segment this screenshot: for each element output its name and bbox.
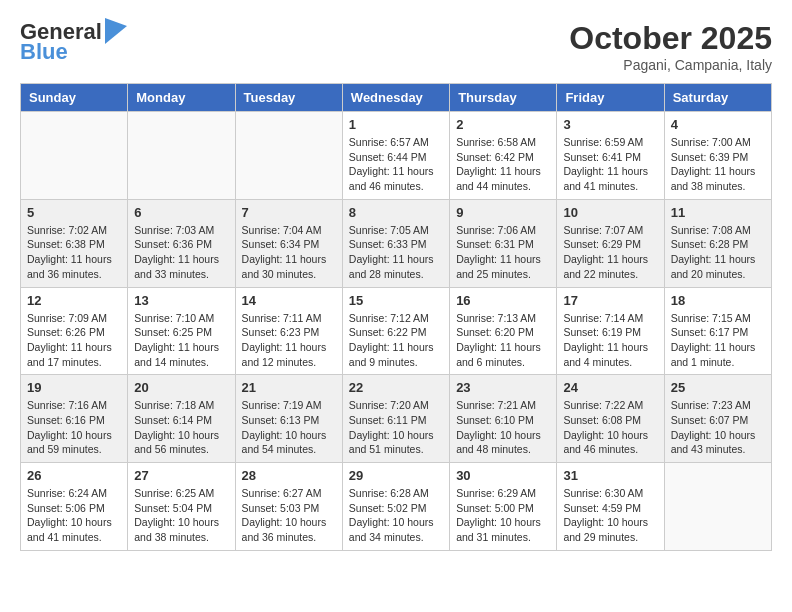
calendar-cell: 4Sunrise: 7:00 AMSunset: 6:39 PMDaylight… (664, 112, 771, 200)
calendar-cell (235, 112, 342, 200)
day-info: Sunrise: 7:07 AMSunset: 6:29 PMDaylight:… (563, 223, 657, 282)
day-info: Sunrise: 7:20 AMSunset: 6:11 PMDaylight:… (349, 398, 443, 457)
day-number: 12 (27, 293, 121, 308)
day-info: Sunrise: 6:57 AMSunset: 6:44 PMDaylight:… (349, 135, 443, 194)
month-title: October 2025 (569, 20, 772, 57)
day-number: 3 (563, 117, 657, 132)
day-info: Sunrise: 7:04 AMSunset: 6:34 PMDaylight:… (242, 223, 336, 282)
day-info: Sunrise: 6:24 AMSunset: 5:06 PMDaylight:… (27, 486, 121, 545)
calendar-cell: 21Sunrise: 7:19 AMSunset: 6:13 PMDayligh… (235, 375, 342, 463)
day-number: 28 (242, 468, 336, 483)
day-number: 9 (456, 205, 550, 220)
calendar-cell: 9Sunrise: 7:06 AMSunset: 6:31 PMDaylight… (450, 199, 557, 287)
day-info: Sunrise: 7:10 AMSunset: 6:25 PMDaylight:… (134, 311, 228, 370)
day-info: Sunrise: 6:30 AMSunset: 4:59 PMDaylight:… (563, 486, 657, 545)
calendar-cell: 10Sunrise: 7:07 AMSunset: 6:29 PMDayligh… (557, 199, 664, 287)
calendar-cell: 11Sunrise: 7:08 AMSunset: 6:28 PMDayligh… (664, 199, 771, 287)
day-number: 31 (563, 468, 657, 483)
day-info: Sunrise: 7:16 AMSunset: 6:16 PMDaylight:… (27, 398, 121, 457)
calendar-cell: 6Sunrise: 7:03 AMSunset: 6:36 PMDaylight… (128, 199, 235, 287)
day-info: Sunrise: 7:18 AMSunset: 6:14 PMDaylight:… (134, 398, 228, 457)
calendar-week-row: 26Sunrise: 6:24 AMSunset: 5:06 PMDayligh… (21, 463, 772, 551)
day-number: 5 (27, 205, 121, 220)
calendar-cell: 24Sunrise: 7:22 AMSunset: 6:08 PMDayligh… (557, 375, 664, 463)
day-number: 25 (671, 380, 765, 395)
day-info: Sunrise: 7:06 AMSunset: 6:31 PMDaylight:… (456, 223, 550, 282)
day-info: Sunrise: 7:02 AMSunset: 6:38 PMDaylight:… (27, 223, 121, 282)
calendar-cell: 2Sunrise: 6:58 AMSunset: 6:42 PMDaylight… (450, 112, 557, 200)
day-info: Sunrise: 6:27 AMSunset: 5:03 PMDaylight:… (242, 486, 336, 545)
calendar-cell: 27Sunrise: 6:25 AMSunset: 5:04 PMDayligh… (128, 463, 235, 551)
day-number: 18 (671, 293, 765, 308)
calendar-cell (21, 112, 128, 200)
day-number: 7 (242, 205, 336, 220)
day-number: 1 (349, 117, 443, 132)
day-number: 2 (456, 117, 550, 132)
calendar-cell: 19Sunrise: 7:16 AMSunset: 6:16 PMDayligh… (21, 375, 128, 463)
day-info: Sunrise: 7:12 AMSunset: 6:22 PMDaylight:… (349, 311, 443, 370)
weekday-header: Friday (557, 84, 664, 112)
location-subtitle: Pagani, Campania, Italy (569, 57, 772, 73)
day-number: 30 (456, 468, 550, 483)
day-number: 29 (349, 468, 443, 483)
calendar-cell: 20Sunrise: 7:18 AMSunset: 6:14 PMDayligh… (128, 375, 235, 463)
day-number: 8 (349, 205, 443, 220)
day-info: Sunrise: 7:22 AMSunset: 6:08 PMDaylight:… (563, 398, 657, 457)
title-block: October 2025 Pagani, Campania, Italy (569, 20, 772, 73)
calendar-week-row: 19Sunrise: 7:16 AMSunset: 6:16 PMDayligh… (21, 375, 772, 463)
logo: General Blue (20, 20, 127, 64)
calendar-cell: 1Sunrise: 6:57 AMSunset: 6:44 PMDaylight… (342, 112, 449, 200)
calendar-week-row: 5Sunrise: 7:02 AMSunset: 6:38 PMDaylight… (21, 199, 772, 287)
day-info: Sunrise: 7:03 AMSunset: 6:36 PMDaylight:… (134, 223, 228, 282)
calendar-cell (664, 463, 771, 551)
day-info: Sunrise: 7:05 AMSunset: 6:33 PMDaylight:… (349, 223, 443, 282)
calendar-table: SundayMondayTuesdayWednesdayThursdayFrid… (20, 83, 772, 551)
calendar-cell: 17Sunrise: 7:14 AMSunset: 6:19 PMDayligh… (557, 287, 664, 375)
calendar-week-row: 1Sunrise: 6:57 AMSunset: 6:44 PMDaylight… (21, 112, 772, 200)
page-header: General Blue October 2025 Pagani, Campan… (20, 20, 772, 73)
day-number: 19 (27, 380, 121, 395)
calendar-cell: 30Sunrise: 6:29 AMSunset: 5:00 PMDayligh… (450, 463, 557, 551)
day-info: Sunrise: 6:29 AMSunset: 5:00 PMDaylight:… (456, 486, 550, 545)
day-info: Sunrise: 7:21 AMSunset: 6:10 PMDaylight:… (456, 398, 550, 457)
weekday-header: Tuesday (235, 84, 342, 112)
calendar-cell: 25Sunrise: 7:23 AMSunset: 6:07 PMDayligh… (664, 375, 771, 463)
calendar-cell: 26Sunrise: 6:24 AMSunset: 5:06 PMDayligh… (21, 463, 128, 551)
day-info: Sunrise: 7:15 AMSunset: 6:17 PMDaylight:… (671, 311, 765, 370)
day-number: 13 (134, 293, 228, 308)
calendar-cell: 31Sunrise: 6:30 AMSunset: 4:59 PMDayligh… (557, 463, 664, 551)
weekday-header: Sunday (21, 84, 128, 112)
day-number: 10 (563, 205, 657, 220)
calendar-cell: 29Sunrise: 6:28 AMSunset: 5:02 PMDayligh… (342, 463, 449, 551)
day-info: Sunrise: 7:09 AMSunset: 6:26 PMDaylight:… (27, 311, 121, 370)
day-info: Sunrise: 7:11 AMSunset: 6:23 PMDaylight:… (242, 311, 336, 370)
calendar-header-row: SundayMondayTuesdayWednesdayThursdayFrid… (21, 84, 772, 112)
day-number: 16 (456, 293, 550, 308)
day-number: 23 (456, 380, 550, 395)
day-number: 24 (563, 380, 657, 395)
calendar-cell: 16Sunrise: 7:13 AMSunset: 6:20 PMDayligh… (450, 287, 557, 375)
calendar-cell: 28Sunrise: 6:27 AMSunset: 5:03 PMDayligh… (235, 463, 342, 551)
calendar-cell: 3Sunrise: 6:59 AMSunset: 6:41 PMDaylight… (557, 112, 664, 200)
svg-marker-0 (105, 18, 127, 44)
day-number: 17 (563, 293, 657, 308)
day-number: 11 (671, 205, 765, 220)
weekday-header: Wednesday (342, 84, 449, 112)
day-number: 14 (242, 293, 336, 308)
weekday-header: Saturday (664, 84, 771, 112)
calendar-cell: 12Sunrise: 7:09 AMSunset: 6:26 PMDayligh… (21, 287, 128, 375)
weekday-header: Monday (128, 84, 235, 112)
day-number: 4 (671, 117, 765, 132)
day-info: Sunrise: 6:28 AMSunset: 5:02 PMDaylight:… (349, 486, 443, 545)
logo-icon (105, 18, 127, 44)
day-info: Sunrise: 6:58 AMSunset: 6:42 PMDaylight:… (456, 135, 550, 194)
calendar-cell: 8Sunrise: 7:05 AMSunset: 6:33 PMDaylight… (342, 199, 449, 287)
day-info: Sunrise: 7:23 AMSunset: 6:07 PMDaylight:… (671, 398, 765, 457)
day-info: Sunrise: 7:00 AMSunset: 6:39 PMDaylight:… (671, 135, 765, 194)
calendar-cell: 7Sunrise: 7:04 AMSunset: 6:34 PMDaylight… (235, 199, 342, 287)
day-info: Sunrise: 7:14 AMSunset: 6:19 PMDaylight:… (563, 311, 657, 370)
day-number: 20 (134, 380, 228, 395)
day-number: 6 (134, 205, 228, 220)
day-info: Sunrise: 6:25 AMSunset: 5:04 PMDaylight:… (134, 486, 228, 545)
calendar-cell: 14Sunrise: 7:11 AMSunset: 6:23 PMDayligh… (235, 287, 342, 375)
